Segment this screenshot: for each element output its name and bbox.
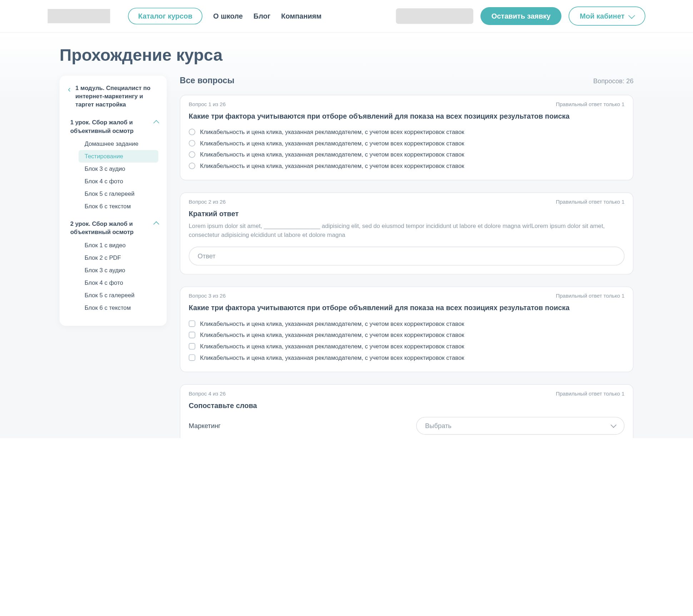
answer-input[interactable] (189, 247, 624, 265)
select-text: Выбрать (425, 422, 452, 429)
lesson-item[interactable]: Блок 2 с PDF (79, 251, 158, 264)
lesson-item[interactable]: Домашнее задание (79, 138, 158, 150)
module-title: 1 модуль. Специалист по интернет-маркети… (75, 84, 158, 109)
short-answer-title: Краткий ответ (189, 210, 624, 218)
option-label: Кликабельность и цена клика, указанная р… (200, 140, 464, 146)
checkbox-option[interactable]: Кликабельность и цена клика, указанная р… (189, 352, 624, 363)
match-label: Маркетинг (189, 422, 404, 429)
question-text: Какие три фактора учитываются при отборе… (189, 304, 624, 312)
sidebar: ‹ 1 модуль. Специалист по интернет-марке… (60, 76, 167, 326)
match-row: Маркетинг Выбрать (189, 413, 624, 438)
catalog-button[interactable]: Каталог курсов (128, 8, 202, 25)
content: Все вопросы Вопросов: 26 Вопрос 1 из 26 … (180, 76, 633, 438)
question-card-2: Вопрос 2 из 26 Правильный ответ только 1… (180, 192, 633, 274)
lesson-header-2[interactable]: 2 урок. Сбор жалоб и объективный осмотр (70, 220, 159, 237)
chevron-down-icon (610, 422, 616, 428)
nav-blog[interactable]: Блог (254, 12, 270, 20)
radio-option[interactable]: Кликабельность и цена клика, указанная р… (189, 138, 624, 149)
question-meta-right: Правильный ответ только 1 (556, 391, 624, 397)
lesson-item[interactable]: Блок 1 с видео (79, 239, 158, 251)
checkbox-option[interactable]: Кликабельность и цена клика, указанная р… (189, 318, 624, 329)
match-title: Сопоставьте слова (189, 401, 624, 409)
radio-option[interactable]: Кликабельность и цена клика, указанная р… (189, 160, 624, 172)
nav: Каталог курсов О школе Блог Компаниям (128, 8, 396, 25)
question-meta-left: Вопрос 2 из 26 (189, 199, 225, 205)
option-label: Кликабельность и цена клика, указанная р… (200, 354, 464, 361)
lesson-item[interactable]: Блок 5 с галереей (79, 289, 158, 301)
option-label: Кликабельность и цена клика, указанная р… (200, 343, 464, 349)
question-meta-right: Правильный ответ только 1 (556, 199, 624, 205)
lesson-item[interactable]: Блок 4 с фото (79, 276, 158, 289)
checkbox-option[interactable]: Кликабельность и цена клика, указанная р… (189, 341, 624, 352)
question-meta-left: Вопрос 3 из 26 (189, 293, 225, 299)
lesson-item[interactable]: Блок 3 с аудио (79, 163, 158, 175)
checkbox-icon (189, 332, 195, 338)
question-card-1: Вопрос 1 из 26 Правильный ответ только 1… (180, 95, 633, 180)
lesson-group-2: 2 урок. Сбор жалоб и объективный осмотр … (60, 216, 167, 317)
match-select[interactable]: Выбрать (416, 417, 624, 435)
option-label: Кликабельность и цена клика, указанная р… (200, 332, 464, 338)
page-title: Прохождение курса (60, 33, 634, 76)
question-meta-right: Правильный ответ только 1 (556, 293, 624, 299)
lesson-group-1: 1 урок. Сбор жалоб и объективный осмотр … (60, 115, 167, 216)
lesson-item-active[interactable]: Тестирование (79, 150, 158, 163)
back-arrow-icon[interactable]: ‹ (68, 85, 71, 94)
header: Каталог курсов О школе Блог Компаниям Ос… (0, 0, 693, 33)
lesson-header-1[interactable]: 1 урок. Сбор жалоб и объективный осмотр (70, 119, 159, 135)
question-count: Вопросов: 26 (593, 78, 634, 85)
lesson-item[interactable]: Блок 4 с фото (79, 175, 158, 188)
question-meta-right: Правильный ответ только 1 (556, 101, 624, 107)
nav-companies[interactable]: Компаниям (281, 12, 321, 20)
checkbox-icon (189, 354, 195, 361)
question-meta-left: Вопрос 4 из 26 (189, 391, 225, 397)
content-title: Все вопросы (180, 76, 234, 85)
logo[interactable] (48, 9, 110, 23)
radio-icon (189, 163, 195, 169)
collapse-icon (153, 120, 159, 126)
lesson-item[interactable]: Блок 6 с текстом (79, 200, 158, 213)
question-card-3: Вопрос 3 из 26 Правильный ответ только 1… (180, 287, 633, 372)
search-placeholder[interactable] (396, 8, 474, 24)
checkbox-icon (189, 343, 195, 349)
question-text: Какие три фактора учитываются при отборе… (189, 112, 624, 120)
lesson-item[interactable]: Блок 3 с аудио (79, 264, 158, 276)
lesson-title-1: 1 урок. Сбор жалоб и объективный осмотр (70, 119, 154, 135)
radio-icon (189, 140, 195, 146)
lesson-item[interactable]: Блок 6 с текстом (79, 301, 158, 314)
checkbox-icon (189, 321, 195, 327)
option-label: Кликабельность и цена клика, указанная р… (200, 163, 464, 169)
radio-option[interactable]: Кликабельность и цена клика, указанная р… (189, 126, 624, 138)
question-card-4: Вопрос 4 из 26 Правильный ответ только 1… (180, 384, 633, 438)
sidebar-header: ‹ 1 модуль. Специалист по интернет-марке… (60, 84, 167, 115)
question-meta-left: Вопрос 1 из 26 (189, 101, 225, 107)
option-label: Кликабельность и цена клика, указанная р… (200, 321, 464, 327)
lesson-item[interactable]: Блок 5 с галереей (79, 188, 158, 200)
header-right: Оставить заявку Мой кабинет (396, 6, 645, 25)
radio-option[interactable]: Кликабельность и цена клика, указанная р… (189, 149, 624, 160)
radio-icon (189, 151, 195, 158)
cabinet-label: Мой кабинет (580, 12, 624, 20)
request-button[interactable]: Оставить заявку (481, 7, 562, 25)
option-label: Кликабельность и цена клика, указанная р… (200, 129, 464, 135)
chevron-down-icon (628, 12, 635, 19)
checkbox-option[interactable]: Кликабельность и цена клика, указанная р… (189, 329, 624, 341)
option-label: Кликабельность и цена клика, указанная р… (200, 151, 464, 158)
content-header: Все вопросы Вопросов: 26 (180, 76, 633, 85)
radio-icon (189, 129, 195, 135)
lesson-title-2: 2 урок. Сбор жалоб и объективный осмотр (70, 220, 154, 237)
short-answer-desc: Lorem ipsum dolor sit amet, ____________… (189, 222, 624, 239)
nav-about[interactable]: О школе (213, 12, 243, 20)
collapse-icon (153, 221, 159, 227)
cabinet-button[interactable]: Мой кабинет (568, 6, 645, 25)
